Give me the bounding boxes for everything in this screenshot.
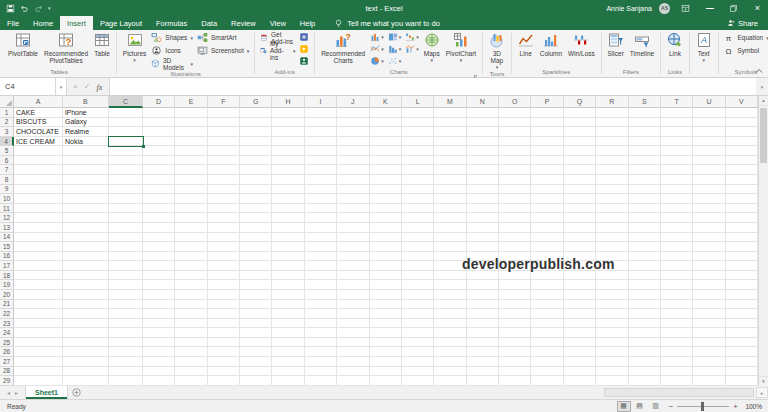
cell-U27[interactable] xyxy=(693,357,725,367)
cell-V29[interactable] xyxy=(726,376,758,386)
cell-T29[interactable] xyxy=(661,376,693,386)
column-header-P[interactable]: P xyxy=(531,96,563,108)
cell-V3[interactable] xyxy=(726,127,758,137)
cell-V23[interactable] xyxy=(726,319,758,329)
cell-D17[interactable] xyxy=(143,261,175,271)
cell-J17[interactable] xyxy=(337,261,369,271)
cell-F24[interactable] xyxy=(208,328,240,338)
cell-U19[interactable] xyxy=(693,280,725,290)
cell-P26[interactable] xyxy=(531,347,563,357)
cell-P11[interactable] xyxy=(531,204,563,214)
column-header-Q[interactable]: Q xyxy=(564,96,596,108)
cell-T25[interactable] xyxy=(661,338,693,348)
cell-M6[interactable] xyxy=(434,156,466,166)
cell-A21[interactable] xyxy=(14,300,63,310)
cell-G17[interactable] xyxy=(240,261,272,271)
cell-G21[interactable] xyxy=(240,300,272,310)
cell-L19[interactable] xyxy=(402,280,434,290)
cell-O19[interactable] xyxy=(499,280,531,290)
text-button[interactable]: AText▾ xyxy=(693,31,715,67)
cell-G26[interactable] xyxy=(240,347,272,357)
cell-L26[interactable] xyxy=(402,347,434,357)
cell-M28[interactable] xyxy=(434,367,466,377)
cell-T5[interactable] xyxy=(661,146,693,156)
cell-S28[interactable] xyxy=(629,367,661,377)
cell-R2[interactable] xyxy=(596,118,628,128)
cell-M24[interactable] xyxy=(434,328,466,338)
cell-D27[interactable] xyxy=(143,357,175,367)
cell-Q8[interactable] xyxy=(564,175,596,185)
cell-V8[interactable] xyxy=(726,175,758,185)
cell-D24[interactable] xyxy=(143,328,175,338)
cell-S22[interactable] xyxy=(629,309,661,319)
cell-L27[interactable] xyxy=(402,357,434,367)
new-sheet-icon[interactable] xyxy=(68,386,84,399)
cell-Q29[interactable] xyxy=(564,376,596,386)
cell-F7[interactable] xyxy=(208,165,240,175)
column-header-I[interactable]: I xyxy=(305,96,337,108)
cell-C29[interactable] xyxy=(109,376,143,386)
cell-K1[interactable] xyxy=(370,108,402,118)
column-header-M[interactable]: M xyxy=(434,96,466,108)
cell-Q20[interactable] xyxy=(564,290,596,300)
tab-help[interactable]: Help xyxy=(293,16,322,30)
cell-T14[interactable] xyxy=(661,233,693,243)
cell-D9[interactable] xyxy=(143,185,175,195)
cell-K14[interactable] xyxy=(370,233,402,243)
cell-U16[interactable] xyxy=(693,252,725,262)
minimize-button[interactable] xyxy=(701,0,718,16)
cell-J14[interactable] xyxy=(337,233,369,243)
cell-G29[interactable] xyxy=(240,376,272,386)
cell-H4[interactable] xyxy=(272,137,304,147)
cell-U1[interactable] xyxy=(693,108,725,118)
cell-F18[interactable] xyxy=(208,271,240,281)
cell-O7[interactable] xyxy=(499,165,531,175)
cell-N23[interactable] xyxy=(467,319,499,329)
cell-O26[interactable] xyxy=(499,347,531,357)
cell-A16[interactable] xyxy=(14,252,63,262)
cell-Q10[interactable] xyxy=(564,194,596,204)
cell-A5[interactable] xyxy=(14,146,63,156)
row-header-9[interactable]: 9 xyxy=(0,185,14,195)
zoom-out-icon[interactable]: − xyxy=(669,402,674,411)
cell-F25[interactable] xyxy=(208,338,240,348)
name-box[interactable]: C4 xyxy=(0,78,56,95)
cell-S7[interactable] xyxy=(629,165,661,175)
equation-button[interactable]: πEquation▾ xyxy=(721,31,768,44)
tab-page-layout[interactable]: Page Layout xyxy=(93,16,149,30)
cell-H10[interactable] xyxy=(272,194,304,204)
cell-I26[interactable] xyxy=(305,347,337,357)
cell-S2[interactable] xyxy=(629,118,661,128)
cell-O15[interactable] xyxy=(499,242,531,252)
cell-F26[interactable] xyxy=(208,347,240,357)
vertical-scroll-thumb[interactable] xyxy=(760,108,767,163)
cell-O20[interactable] xyxy=(499,290,531,300)
cell-N19[interactable] xyxy=(467,280,499,290)
cell-J10[interactable] xyxy=(337,194,369,204)
cell-I20[interactable] xyxy=(305,290,337,300)
cell-Q26[interactable] xyxy=(564,347,596,357)
vertical-scrollbar[interactable]: ▲ ▼ xyxy=(758,96,768,386)
column-header-V[interactable]: V xyxy=(726,96,758,108)
cell-J1[interactable] xyxy=(337,108,369,118)
cell-J23[interactable] xyxy=(337,319,369,329)
cell-H16[interactable] xyxy=(272,252,304,262)
cell-S17[interactable] xyxy=(629,261,661,271)
chart-line-button[interactable]: ▾ xyxy=(368,43,386,55)
cell-V7[interactable] xyxy=(726,165,758,175)
cell-F21[interactable] xyxy=(208,300,240,310)
cell-B25[interactable] xyxy=(63,338,109,348)
cell-J3[interactable] xyxy=(337,127,369,137)
column-header-B[interactable]: B xyxy=(63,96,109,108)
cell-U23[interactable] xyxy=(693,319,725,329)
cell-K27[interactable] xyxy=(370,357,402,367)
cell-S10[interactable] xyxy=(629,194,661,204)
cell-G8[interactable] xyxy=(240,175,272,185)
cell-G28[interactable] xyxy=(240,367,272,377)
cell-N18[interactable] xyxy=(467,271,499,281)
cell-T9[interactable] xyxy=(661,185,693,195)
column-header-L[interactable]: L xyxy=(402,96,434,108)
recommended-charts-button[interactable]: ?Recommended Charts xyxy=(318,31,368,67)
table-button[interactable]: Table xyxy=(91,31,113,67)
cell-K3[interactable] xyxy=(370,127,402,137)
